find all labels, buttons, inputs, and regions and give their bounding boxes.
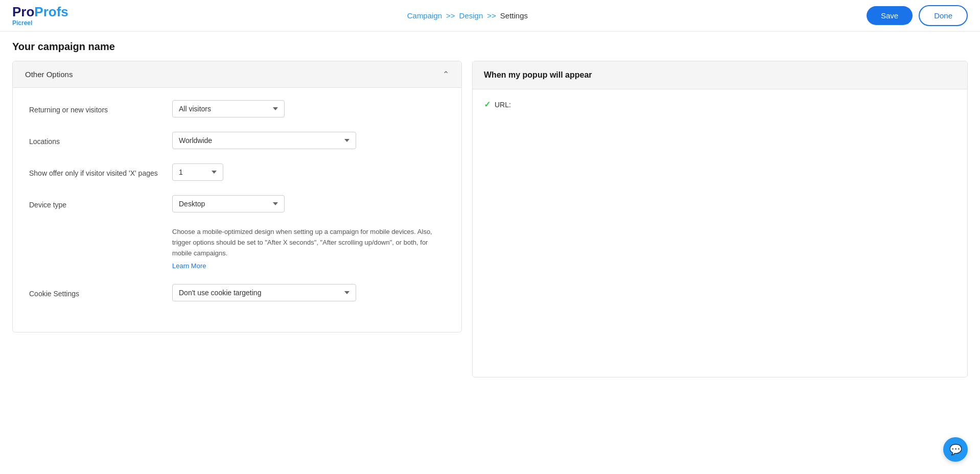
right-panel-body: ✓ URL:: [473, 89, 967, 120]
page-content: Your campaign name Other Options ⌃ Retur…: [0, 32, 980, 387]
panel-body: Returning or new visitors All visitors R…: [13, 88, 461, 332]
returning-visitors-control: All visitors Returning visitors New visi…: [172, 100, 445, 117]
main-layout: Other Options ⌃ Returning or new visitor…: [12, 61, 968, 377]
done-button[interactable]: Done: [919, 5, 968, 26]
locations-control: Worldwide Specific countries: [172, 132, 445, 149]
url-label: URL:: [495, 101, 511, 109]
right-panel-header: When my popup will appear: [473, 61, 967, 89]
right-panel: When my popup will appear ✓ URL:: [472, 61, 968, 377]
learn-more-link[interactable]: Learn More: [172, 262, 206, 270]
returning-visitors-row: Returning or new visitors All visitors R…: [29, 100, 445, 117]
returning-visitors-label: Returning or new visitors: [29, 104, 172, 114]
breadcrumb: Campaign >> Design >> Settings: [407, 11, 528, 20]
cookie-settings-select[interactable]: Don't use cookie targeting Use cookie ta…: [172, 284, 356, 301]
pages-visited-select[interactable]: 1 2 3 4 5: [172, 163, 223, 181]
breadcrumb-campaign[interactable]: Campaign: [407, 11, 442, 20]
mobile-hint-row: Choose a mobile-optimized design when se…: [29, 227, 445, 270]
logo-pro: Pro: [12, 4, 34, 19]
device-type-label: Device type: [29, 199, 172, 209]
collapse-icon[interactable]: ⌃: [442, 69, 449, 79]
url-row: ✓ URL:: [484, 100, 956, 109]
pages-visited-label: Show offer only if visitor visited 'X' p…: [29, 167, 172, 177]
page-title: Your campaign name: [12, 41, 968, 53]
locations-row: Locations Worldwide Specific countries: [29, 132, 445, 149]
breadcrumb-design[interactable]: Design: [459, 11, 483, 20]
panel-header-title: Other Options: [25, 70, 73, 79]
device-type-row: Device type Desktop Mobile All devices: [29, 195, 445, 212]
logo-profs: Profs: [34, 4, 68, 19]
mobile-hint-wrapper: Choose a mobile-optimized design when se…: [172, 227, 445, 270]
cookie-settings-label: Cookie Settings: [29, 288, 172, 298]
header: ProProfs Picreel Campaign >> Design >> S…: [0, 0, 980, 32]
breadcrumb-sep2: >>: [487, 11, 496, 20]
url-check-icon: ✓: [484, 100, 491, 109]
logo: ProProfs Picreel: [12, 5, 68, 27]
logo-sub: Picreel: [12, 19, 32, 27]
save-button[interactable]: Save: [867, 6, 913, 25]
left-panel: Other Options ⌃ Returning or new visitor…: [12, 61, 462, 333]
device-type-select[interactable]: Desktop Mobile All devices: [172, 195, 285, 212]
header-actions: Save Done: [867, 5, 968, 26]
breadcrumb-sep1: >>: [446, 11, 455, 20]
breadcrumb-settings[interactable]: Settings: [500, 11, 528, 20]
device-type-control: Desktop Mobile All devices: [172, 195, 445, 212]
locations-label: Locations: [29, 135, 172, 146]
returning-visitors-select[interactable]: All visitors Returning visitors New visi…: [172, 100, 285, 117]
pages-visited-row: Show offer only if visitor visited 'X' p…: [29, 163, 445, 181]
right-panel-title: When my popup will appear: [484, 70, 592, 79]
pages-visited-control: 1 2 3 4 5: [172, 163, 445, 181]
cookie-settings-control: Don't use cookie targeting Use cookie ta…: [172, 284, 445, 301]
panel-header: Other Options ⌃: [13, 61, 461, 88]
locations-select[interactable]: Worldwide Specific countries: [172, 132, 356, 149]
mobile-hint-text: Choose a mobile-optimized design when se…: [172, 227, 445, 258]
cookie-settings-row: Cookie Settings Don't use cookie targeti…: [29, 284, 445, 301]
